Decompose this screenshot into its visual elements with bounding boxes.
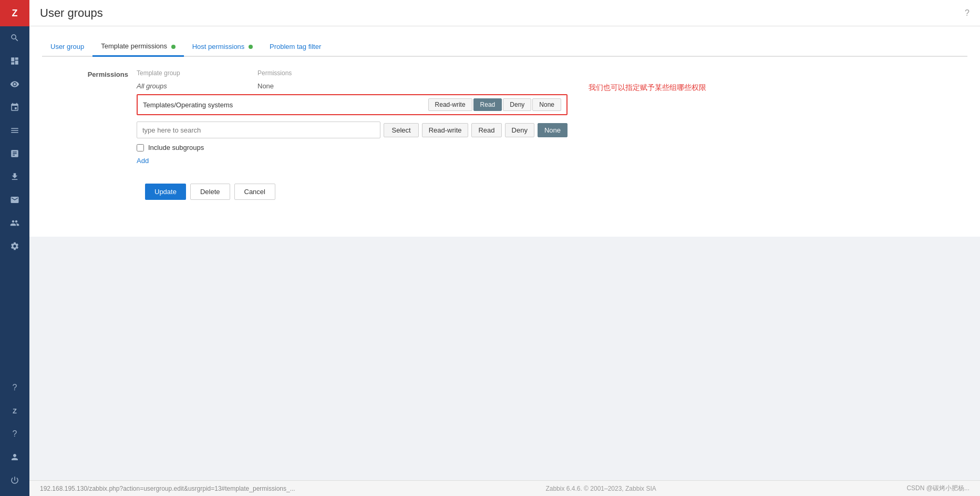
tab-user-group[interactable]: User group [42,37,92,56]
tab-host-permissions-dot [249,45,253,49]
permissions-form-row: Permissions Template group Permissions A… [42,67,967,175]
sidebar-item-alerts[interactable] [0,188,29,211]
add-link[interactable]: Add [137,157,149,165]
include-subgroups-checkbox[interactable] [137,144,144,151]
search-read-button[interactable]: Read [471,123,501,137]
sidebar-item-search[interactable] [0,26,29,49]
delete-button[interactable]: Delete [190,184,230,200]
permission-entry: Templates/Operating systems Read-write R… [137,94,568,115]
sidebar-item-monitoring[interactable] [0,73,29,96]
sidebar-item-settings[interactable] [0,235,29,258]
permissions-content: Template group Permissions All groups No… [137,67,568,175]
footer: 192.168.195.130/zabbix.php?action=usergr… [29,480,980,496]
sidebar-item-help[interactable]: ? [0,422,29,446]
permissions-header: Template group Permissions [137,67,568,79]
footer-url: 192.168.195.130/zabbix.php?action=usergr… [40,485,295,492]
tabs: User group Template permissions Host per… [42,37,967,57]
entry-perm-buttons: Read-write Read Deny None [428,98,561,111]
search-none-button[interactable]: None [538,123,568,137]
sidebar-item-zabbix-brand[interactable]: Z [0,399,29,422]
entry-none-button[interactable]: None [532,98,561,111]
search-read-write-button[interactable]: Read-write [422,123,469,137]
cancel-button[interactable]: Cancel [234,184,275,200]
include-subgroups-row: Include subgroups [137,144,568,151]
sidebar-item-users[interactable] [0,211,29,235]
page-title: User groups [40,6,103,20]
update-button[interactable]: Update [145,184,186,200]
entry-name: Templates/Operating systems [143,101,428,109]
content-card: User group Template permissions Host per… [29,26,980,237]
tab-template-permissions[interactable]: Template permissions [92,37,183,57]
sidebar-item-dashboard[interactable] [0,49,29,73]
sidebar-item-reports[interactable] [0,119,29,142]
search-row: Select Read-write Read Deny None [137,122,568,138]
sidebar-logo[interactable]: Z [0,0,29,26]
column-group-header: Template group [137,69,257,77]
entry-read-write-button[interactable]: Read-write [428,98,472,111]
include-subgroups-label: Include subgroups [148,144,204,151]
search-deny-button[interactable]: Deny [505,123,534,137]
tab-problem-tag-filter[interactable]: Problem tag filter [261,37,329,56]
content-area: User group Template permissions Host per… [29,26,980,480]
search-input[interactable] [137,122,380,138]
sidebar: Z ? Z ? [0,0,29,496]
main-container: User groups ? User group Template permis… [29,0,980,496]
permissions-label: Permissions [42,67,137,78]
topbar: User groups ? [29,0,980,26]
column-perm-header: Permissions [257,69,568,77]
entry-read-button[interactable]: Read [473,98,502,111]
all-groups-row: All groups None [137,81,568,94]
sidebar-item-charts[interactable] [0,142,29,165]
all-groups-perm: None [257,82,274,90]
select-button[interactable]: Select [384,123,418,137]
all-groups-label: All groups [137,82,257,90]
sidebar-item-support[interactable]: ? [0,376,29,399]
sidebar-item-power[interactable] [0,469,29,492]
entry-deny-button[interactable]: Deny [503,98,531,111]
annotation-text: 我们也可以指定赋予某些组哪些权限 [589,83,706,93]
sidebar-bottom: ? Z ? [0,376,29,496]
sidebar-item-download[interactable] [0,165,29,188]
footer-brand: CSDN @碳烤小肥杨... [906,484,969,493]
sidebar-item-topology[interactable] [0,96,29,119]
sidebar-item-profile[interactable] [0,446,29,469]
tab-host-permissions[interactable]: Host permissions [184,37,261,56]
help-icon[interactable]: ? [965,8,969,18]
footer-copyright: Zabbix 6.4.6. © 2001–2023, Zabbix SIA [545,485,656,492]
tab-template-permissions-dot [171,45,176,49]
action-buttons: Update Delete Cancel [145,184,967,200]
